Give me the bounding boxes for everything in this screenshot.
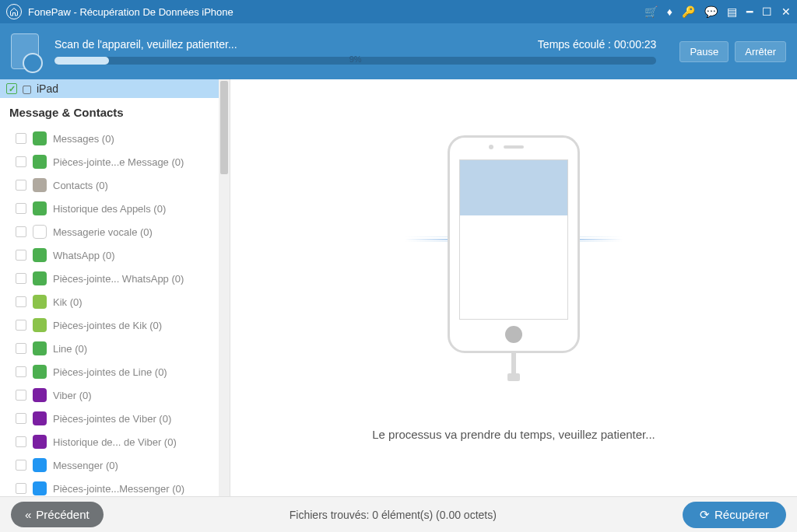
diamond-icon[interactable]: ♦ [667,5,672,18]
checkbox[interactable] [16,390,26,401]
checkbox[interactable] [16,133,26,144]
plug-icon [507,373,520,381]
list-item[interactable]: WhatsApp (0) [16,243,226,267]
device-name: iPad [37,82,58,95]
app-icon [33,411,47,425]
app-icon [33,131,47,145]
app-icon [33,388,47,402]
list-item[interactable]: Pièces-jointe...Messenger (0) [16,477,226,496]
device-row[interactable]: ✓ ▢ iPad [0,79,230,98]
item-label: Pièces-jointes de Line (0) [53,366,167,378]
list-item[interactable]: Pièces-jointe... WhatsApp (0) [16,267,226,290]
footer: « Précédent Fichiers trouvés: 0 élément(… [0,496,797,532]
checkbox[interactable] [16,273,26,284]
feedback-icon[interactable]: ▤ [727,5,737,18]
sidebar: ✓ ▢ iPad Message & Contacts Messages (0)… [0,79,230,496]
checkbox[interactable] [16,366,26,377]
scan-header: Scan de l'appareil, veuillez patienter..… [0,23,797,79]
checkbox[interactable] [16,296,26,307]
checkbox[interactable] [16,250,26,261]
pause-button[interactable]: Pause [679,41,729,62]
checkbox[interactable] [16,343,26,354]
list-item[interactable]: Messagerie vocale (0) [16,220,226,243]
scrollbar-track[interactable] [219,79,230,496]
app-icon [33,155,47,169]
previous-label: Précédent [36,508,89,521]
progress-bar: 9% [54,57,656,65]
list-item[interactable]: Historique des Appels (0) [16,197,226,220]
tablet-icon: ▢ [22,82,32,95]
refresh-icon: ⟳ [700,508,710,522]
scan-message: Scan de l'appareil, veuillez patienter..… [54,38,237,51]
progress-percent: 9% [54,54,656,64]
app-icon [33,458,47,472]
app-icon [33,435,47,449]
recover-button[interactable]: ⟳ Récupérer [683,502,786,528]
app-icon [33,271,47,285]
stop-button[interactable]: Arrêter [735,41,786,62]
list-item[interactable]: Pièces-jointe...e Message (0) [16,150,226,173]
item-label: Kik (0) [53,296,83,308]
item-label: Messenger (0) [53,460,118,471]
item-label: Viber (0) [53,390,92,401]
app-icon [33,481,47,495]
chat-icon[interactable]: 💬 [704,5,718,18]
app-icon [33,225,47,239]
app-icon [33,178,47,192]
key-icon[interactable]: 🔑 [682,5,695,18]
close-icon[interactable]: ✕ [781,5,791,18]
item-label: Pièces-jointe... WhatsApp (0) [53,273,184,285]
list-item[interactable]: Historique de... de Viber (0) [16,430,226,453]
device-icon [11,33,39,69]
app-icon [33,201,47,215]
checkbox[interactable] [16,460,26,471]
cart-icon[interactable]: 🛒 [644,5,658,18]
app-icon [33,365,47,379]
list-item[interactable]: Pièces-jointes de Line (0) [16,360,226,383]
elapsed-time: Temps écoulé : 00:00:23 [538,38,657,51]
app-icon [33,341,47,355]
list-item[interactable]: Pièces-jointes de Viber (0) [16,407,226,430]
list-item[interactable]: Pièces-jointes de Kik (0) [16,313,226,337]
checkbox[interactable] [16,483,26,494]
list-item[interactable]: Messenger (0) [16,453,226,477]
item-label: Messages (0) [53,133,114,145]
recover-label: Récupérer [714,508,769,521]
app-icon [33,295,47,309]
list-item[interactable]: Line (0) [16,337,226,360]
item-label: Line (0) [53,343,87,355]
checkbox[interactable] [16,320,26,331]
item-label: Pièces-jointes de Kik (0) [53,320,162,331]
item-label: Historique de... de Viber (0) [53,436,177,448]
phone-illustration [448,135,580,353]
cable-icon [511,352,516,375]
checkbox[interactable] [16,156,26,167]
chevron-left-icon: « [25,508,31,521]
process-message: Le processus va prendre du temps, veuill… [372,428,655,441]
section-title: Message & Contacts [0,98,230,127]
status-text: Fichiers trouvés: 0 élément(s) (0.00 oct… [104,509,683,521]
app-icon [33,248,47,262]
scrollbar-thumb[interactable] [220,81,228,174]
checkbox[interactable] [16,203,26,214]
list-item[interactable]: Kik (0) [16,290,226,313]
app-icon [33,318,47,332]
list-item[interactable]: Contacts (0) [16,173,226,197]
list-item[interactable]: Messages (0) [16,127,226,150]
checkbox[interactable] [16,180,26,191]
device-checkbox[interactable]: ✓ [6,83,17,94]
item-label: Pièces-jointes de Viber (0) [53,413,171,425]
content-area: Le processus va prendre du temps, veuill… [230,79,797,496]
list-item[interactable]: Viber (0) [16,383,226,407]
home-icon[interactable] [6,4,22,19]
item-label: WhatsApp (0) [53,250,114,261]
item-label: Pièces-jointe...Messenger (0) [53,483,184,495]
maximize-icon[interactable]: ☐ [762,5,772,18]
minimize-icon[interactable]: ━ [746,5,753,18]
item-label: Historique des Appels (0) [53,203,166,215]
checkbox[interactable] [16,436,26,447]
checkbox[interactable] [16,413,26,424]
checkbox[interactable] [16,226,26,237]
item-label: Contacts (0) [53,180,108,191]
previous-button[interactable]: « Précédent [11,502,104,527]
